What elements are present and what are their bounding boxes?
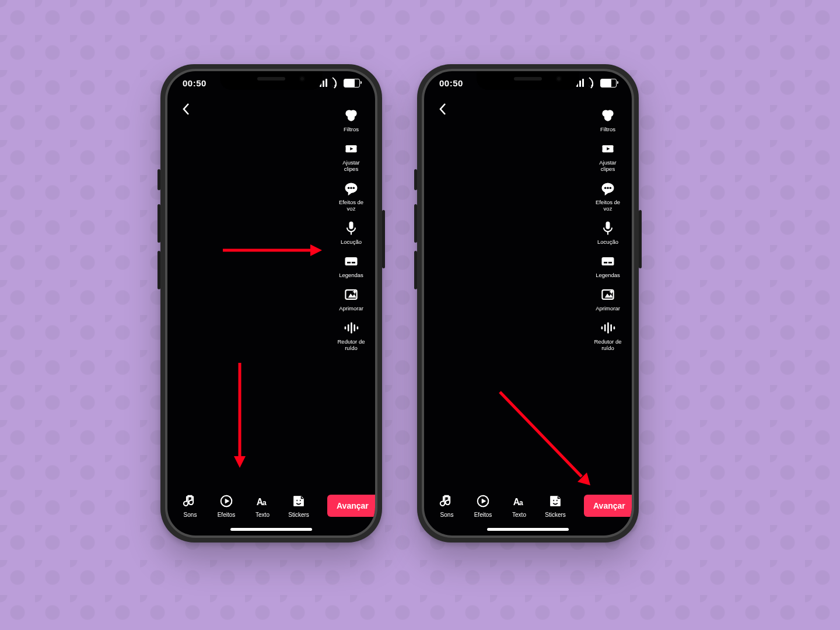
- svg-point-44: [607, 187, 609, 189]
- text-icon: Aa: [254, 493, 271, 509]
- side-tool-label: Ajustar clipes: [342, 159, 360, 172]
- side-tool-aprimorar[interactable]: Aprimorar: [596, 286, 620, 312]
- side-tool-label: Redutor de ruído: [594, 338, 621, 351]
- stickers-icon: [290, 493, 307, 509]
- side-tool-label: Legendas: [596, 272, 620, 278]
- hardware-button: [414, 251, 417, 289]
- side-tool-redutor-ruido[interactable]: Redutor de ruído: [594, 320, 621, 351]
- bottom-tool-label: Efeitos: [474, 512, 492, 518]
- bottom-tool-label: Sons: [184, 512, 197, 518]
- bottom-tool-sons[interactable]: Sons: [176, 493, 205, 518]
- svg-rect-4: [344, 147, 346, 150]
- side-tool-redutor-ruido[interactable]: Redutor de ruído: [337, 320, 365, 351]
- back-button[interactable]: [178, 101, 194, 117]
- svg-point-10: [350, 187, 352, 189]
- annotation-arrow-down: [233, 363, 247, 470]
- back-button[interactable]: [435, 101, 451, 117]
- svg-rect-15: [347, 262, 351, 264]
- side-tool-filtros[interactable]: Filtros: [599, 107, 617, 132]
- side-tool-label: Legendas: [339, 272, 363, 278]
- side-tool-label: Filtros: [600, 126, 615, 132]
- effects-icon: [218, 493, 235, 509]
- svg-point-28: [296, 500, 298, 502]
- side-tool-label: Aprimorar: [339, 305, 363, 312]
- wifi-icon: [331, 79, 340, 86]
- voice-effects-icon: [599, 180, 617, 197]
- side-tool-label: Efeitos de voz: [596, 199, 620, 212]
- noise-reduce-icon: [342, 320, 360, 336]
- svg-rect-22: [354, 324, 355, 331]
- svg-point-36: [604, 114, 611, 121]
- hardware-button: [382, 210, 385, 268]
- svg-line-64: [500, 392, 582, 477]
- chevron-left-icon: [182, 103, 190, 116]
- noise-reduce-icon: [599, 320, 617, 336]
- battery-icon: [600, 79, 617, 88]
- svg-point-9: [348, 187, 350, 189]
- side-tool-ajustar-clipes[interactable]: Ajustar clipes: [599, 141, 617, 172]
- stickers-icon: [547, 493, 564, 509]
- hardware-button: [414, 204, 417, 243]
- svg-rect-21: [351, 322, 352, 333]
- svg-rect-14: [345, 257, 357, 265]
- bottom-tool-texto[interactable]: Aa Texto: [505, 493, 534, 518]
- captions-icon: [599, 253, 617, 270]
- captions-icon: [342, 253, 360, 270]
- svg-rect-57: [614, 326, 615, 329]
- bottom-tool-efeitos[interactable]: Efeitos: [212, 493, 241, 518]
- bottom-tool-texto[interactable]: Aa Texto: [248, 493, 277, 518]
- music-icon: [181, 493, 199, 509]
- filters-icon: [342, 107, 360, 124]
- editor-side-tools: Filtros Ajustar clipes Efeitos de voz Lo…: [590, 107, 626, 351]
- next-button[interactable]: Avançar: [584, 495, 632, 517]
- side-tool-legendas[interactable]: Legendas: [596, 253, 620, 278]
- music-icon: [438, 493, 456, 509]
- svg-rect-12: [349, 222, 353, 229]
- hardware-button: [639, 210, 642, 268]
- svg-marker-52: [605, 293, 613, 298]
- side-tool-label: Efeitos de voz: [339, 199, 363, 212]
- side-tool-filtros[interactable]: Filtros: [342, 107, 360, 132]
- side-tool-locucao[interactable]: Locução: [597, 220, 618, 245]
- status-time: 00:50: [183, 78, 206, 88]
- svg-point-63: [556, 500, 558, 502]
- side-tool-efeitos-voz[interactable]: Efeitos de voz: [339, 180, 363, 212]
- svg-marker-25: [225, 499, 229, 503]
- editor-side-tools: Filtros Ajustar clipes Efeitos de voz Lo…: [333, 107, 369, 351]
- enhance-icon: [342, 286, 360, 303]
- side-tool-label: Aprimorar: [596, 305, 620, 312]
- side-tool-legendas[interactable]: Legendas: [339, 253, 363, 278]
- svg-marker-65: [578, 473, 590, 485]
- svg-marker-59: [482, 499, 486, 503]
- annotation-arrow-diagonal: [497, 389, 596, 494]
- editor-bottom-bar: Sons Efeitos Aa Texto Stickers Avançar: [167, 493, 375, 518]
- svg-text:a: a: [262, 499, 267, 507]
- chevron-left-icon: [439, 103, 447, 116]
- side-tool-aprimorar[interactable]: Aprimorar: [339, 286, 363, 312]
- bottom-tool-stickers[interactable]: Stickers: [284, 493, 313, 518]
- side-tool-ajustar-clipes[interactable]: Ajustar clipes: [342, 141, 360, 172]
- bottom-tool-label: Texto: [512, 512, 526, 518]
- bottom-tool-efeitos[interactable]: Efeitos: [468, 493, 498, 518]
- svg-rect-48: [601, 257, 614, 265]
- svg-point-43: [604, 187, 607, 189]
- side-tool-locucao[interactable]: Locução: [341, 220, 362, 245]
- side-tool-efeitos-voz[interactable]: Efeitos de voz: [596, 180, 620, 212]
- side-tool-label: Filtros: [344, 126, 359, 132]
- svg-rect-38: [601, 147, 603, 150]
- svg-rect-23: [357, 326, 359, 329]
- svg-rect-5: [357, 147, 359, 150]
- enhance-icon: [599, 286, 617, 303]
- svg-marker-31: [310, 244, 322, 256]
- svg-rect-39: [614, 147, 615, 150]
- bottom-tool-stickers[interactable]: Stickers: [541, 493, 570, 518]
- side-tool-label: Locução: [341, 239, 362, 245]
- bottom-tool-sons[interactable]: Sons: [432, 493, 461, 518]
- svg-point-29: [299, 500, 301, 502]
- hardware-button: [158, 251, 160, 289]
- svg-rect-56: [610, 324, 612, 331]
- bottom-tool-label: Stickers: [545, 512, 566, 518]
- annotation-arrow-right: [223, 243, 322, 260]
- adjust-clips-icon: [342, 141, 360, 157]
- next-button[interactable]: Avançar: [327, 495, 375, 517]
